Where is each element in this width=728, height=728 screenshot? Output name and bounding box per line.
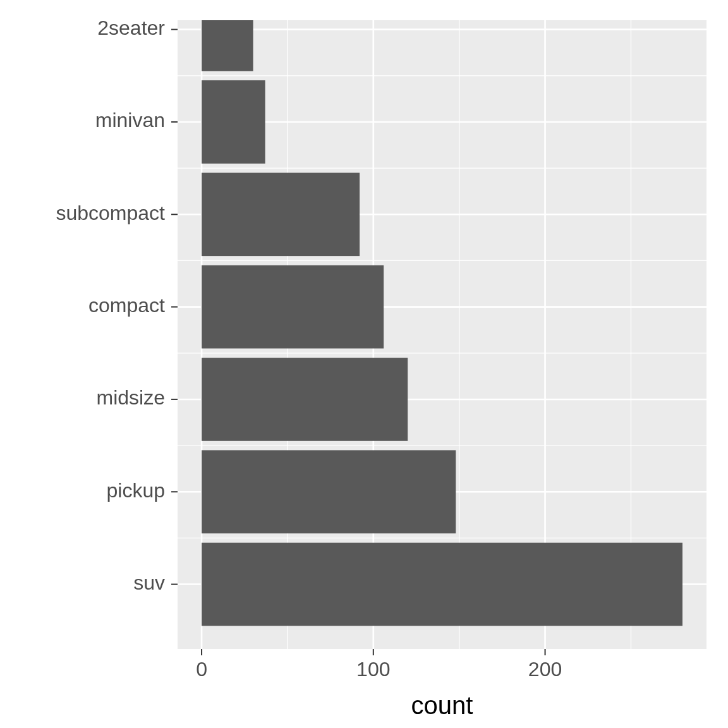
bar-2seater [202,0,253,71]
x-tick-label: 100 [356,658,390,681]
bar-suv [202,543,682,626]
bar-midsize [202,358,408,441]
y-tick-label: 2seater [97,16,165,39]
bar-subcompact [202,173,360,256]
x-axis-title: count [411,691,473,719]
y-tick-label: pickup [107,479,166,502]
y-tick-label: compact [88,294,165,317]
bar-minivan [202,80,265,164]
y-tick-label: minivan [95,109,165,131]
y-tick-label: suv [133,571,165,594]
bar-compact [202,265,384,349]
y-tick-label: subcompact [56,202,165,224]
x-tick-label: 0 [196,658,207,681]
y-tick-label: midsize [97,386,165,409]
bar-pickup [202,450,456,533]
x-tick-label: 200 [528,658,562,681]
bar-chart: 2seaterminivansubcompactcompactmidsizepi… [0,0,728,728]
